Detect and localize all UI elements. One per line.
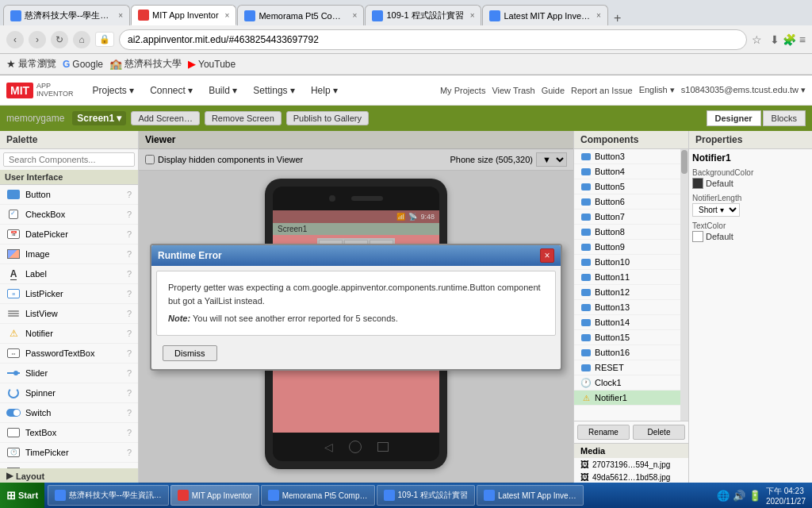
comp-button12[interactable]: Button12 <box>574 285 680 300</box>
taskbar-item-1[interactable]: MIT App Inventor <box>170 485 259 506</box>
switch-help-icon[interactable]: ? <box>127 408 132 418</box>
textbox-help-icon[interactable]: ? <box>127 428 132 437</box>
nav-build[interactable]: Build ▾ <box>202 83 243 98</box>
slider-help-icon[interactable]: ? <box>127 368 132 378</box>
button-help-icon[interactable]: ? <box>127 190 132 199</box>
search-components-input[interactable] <box>3 152 135 167</box>
media-item-0[interactable]: 🖼 27073196…594_n.jpg <box>574 458 688 471</box>
comp-clock1[interactable]: 🕐 Clock1 <box>574 375 680 391</box>
nav-settings[interactable]: Settings ▾ <box>247 83 301 98</box>
bookmark-0[interactable]: ★ 最常瀏覽 <box>6 57 56 71</box>
palette-item-textbox[interactable]: TextBox ? <box>0 423 138 443</box>
tab-1[interactable]: MIT App Inventor × <box>131 5 236 25</box>
taskbar-item-2[interactable]: Memorama Pt5 Comp… <box>261 485 375 506</box>
dialog-close-button[interactable]: × <box>540 248 554 263</box>
view-trash-link[interactable]: View Trash <box>492 86 534 95</box>
timepicker-help-icon[interactable]: ? <box>127 448 132 457</box>
comp-button3[interactable]: Button3 <box>574 149 680 164</box>
tab-close-3[interactable]: × <box>470 11 475 20</box>
image-help-icon[interactable]: ? <box>127 249 132 259</box>
remove-screen-button[interactable]: Remove Screen <box>205 111 282 125</box>
comp-button16[interactable]: Button16 <box>574 345 680 360</box>
checkbox-help-icon[interactable]: ? <box>127 210 132 219</box>
back-button[interactable]: ‹ <box>6 31 24 48</box>
user-account-dropdown[interactable]: s10843035@ems.tcust.edu.tw ▾ <box>681 85 806 95</box>
tab-3[interactable]: 109-1 程式設計實習 × <box>365 5 481 25</box>
prop-bgcolor-value[interactable]: Default <box>692 178 809 189</box>
bookmark-1[interactable]: G Google <box>63 59 103 70</box>
notifier-length-select[interactable]: Short ▾ <box>692 203 740 217</box>
report-issue-link[interactable]: Report an Issue <box>571 86 633 95</box>
new-tab-button[interactable]: + <box>609 11 626 25</box>
passwordtextbox-help-icon[interactable]: ? <box>127 348 132 358</box>
nav-connect[interactable]: Connect ▾ <box>144 83 199 98</box>
textcolor-swatch[interactable] <box>692 231 703 242</box>
palette-item-datepicker[interactable]: 📅 DatePicker ? <box>0 225 138 244</box>
palette-item-spinner[interactable]: Spinner ? <box>0 383 138 403</box>
tab-2[interactable]: Memorama Pt5 Comp… × <box>237 5 364 25</box>
publish-gallery-button[interactable]: Publish to Gallery <box>286 111 369 125</box>
bookmark-star[interactable]: ☆ <box>752 33 762 46</box>
screen-dropdown[interactable]: Screen1 ▾ <box>72 111 126 125</box>
comp-button6[interactable]: Button6 <box>574 194 680 210</box>
layout-section-header[interactable]: ▶ Layout <box>0 468 138 483</box>
designer-mode-button[interactable]: Designer <box>707 110 761 126</box>
taskbar-item-4[interactable]: Latest MIT App Inve… <box>477 485 584 506</box>
home-button[interactable]: ⌂ <box>73 31 90 48</box>
bookmark-3[interactable]: ▶ YouTube <box>188 58 236 70</box>
comp-button11[interactable]: Button11 <box>574 270 680 285</box>
palette-item-label[interactable]: A Label ? <box>0 264 138 284</box>
comp-reset[interactable]: RESET <box>574 360 680 375</box>
palette-item-timepicker[interactable]: 🕐 TimePicker ? <box>0 443 138 463</box>
comp-button15[interactable]: Button15 <box>574 330 680 345</box>
forward-button[interactable]: › <box>29 31 46 48</box>
blocks-mode-button[interactable]: Blocks <box>763 110 806 126</box>
comp-button4[interactable]: Button4 <box>574 164 680 179</box>
reload-button[interactable]: ↻ <box>51 31 68 48</box>
tab-close-4[interactable]: × <box>596 11 601 20</box>
nav-help[interactable]: Help ▾ <box>304 83 344 98</box>
palette-item-image[interactable]: Image ? <box>0 244 138 264</box>
tab-0[interactable]: 慈濟科技大學--學生資訊… × <box>3 5 130 25</box>
label-help-icon[interactable]: ? <box>127 269 132 279</box>
bookmark-2[interactable]: 🏫 慈濟科技大學 <box>109 57 182 71</box>
components-scrollbar[interactable] <box>680 149 688 421</box>
comp-notifier1[interactable]: ⚠ Notifier1 <box>574 391 680 406</box>
palette-item-slider[interactable]: Slider ? <box>0 364 138 383</box>
add-screen-button[interactable]: Add Screen… <box>131 111 199 125</box>
listview-help-icon[interactable]: ? <box>127 309 132 318</box>
palette-item-checkbox[interactable]: CheckBox ? <box>0 205 138 225</box>
comp-button7[interactable]: Button7 <box>574 210 680 225</box>
media-item-1[interactable]: 🖼 49da5612…1bd58.jpg <box>574 471 688 483</box>
palette-item-webviewer[interactable]: W WebViewer ? <box>0 463 138 468</box>
rename-button[interactable]: Rename <box>577 425 630 440</box>
comp-button14[interactable]: Button14 <box>574 315 680 330</box>
taskbar-item-3[interactable]: 109-1 程式設計實習 <box>377 485 475 506</box>
language-dropdown[interactable]: English ▾ <box>639 85 675 95</box>
spinner-help-icon[interactable]: ? <box>127 388 132 398</box>
tab-4[interactable]: Latest MIT App Inve… × <box>482 5 607 25</box>
listpicker-help-icon[interactable]: ? <box>127 289 132 298</box>
comp-button13[interactable]: Button13 <box>574 300 680 315</box>
address-input[interactable] <box>119 29 747 50</box>
download-icon[interactable]: ⬇ <box>770 33 779 46</box>
prop-textcolor-value[interactable]: Default <box>692 231 809 242</box>
palette-item-notifier[interactable]: Notifier ? <box>0 324 138 344</box>
dismiss-button[interactable]: Dismiss <box>163 345 217 361</box>
comp-button10[interactable]: Button10 <box>574 255 680 270</box>
tab-close-1[interactable]: × <box>225 11 230 20</box>
comp-button8[interactable]: Button8 <box>574 225 680 240</box>
tab-close-2[interactable]: × <box>353 11 358 20</box>
tab-close-0[interactable]: × <box>118 11 123 20</box>
datepicker-help-icon[interactable]: ? <box>127 229 132 239</box>
palette-item-passwordtextbox[interactable]: •• PasswordTextBox ? <box>0 344 138 364</box>
palette-item-switch[interactable]: Switch ? <box>0 403 138 423</box>
my-projects-link[interactable]: My Projects <box>440 86 485 95</box>
delete-button[interactable]: Delete <box>633 425 685 440</box>
palette-item-listpicker[interactable]: ≡ ListPicker ? <box>0 284 138 304</box>
guide-link[interactable]: Guide <box>542 86 565 95</box>
comp-button5[interactable]: Button5 <box>574 179 680 194</box>
bgcolor-swatch[interactable] <box>692 178 703 189</box>
comp-button9[interactable]: Button9 <box>574 240 680 255</box>
palette-item-listview[interactable]: ListView ? <box>0 304 138 324</box>
